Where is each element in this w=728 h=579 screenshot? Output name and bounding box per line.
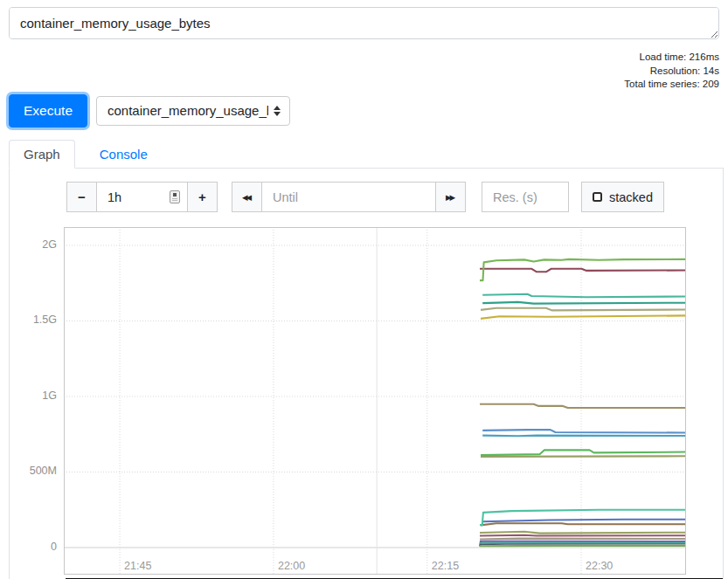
series-blue-mid xyxy=(482,430,686,432)
series-green-mid xyxy=(481,450,686,455)
series-cyanblue xyxy=(482,435,686,436)
series-jade-1 xyxy=(482,293,686,297)
y-tick-label: 1.5G xyxy=(33,314,57,326)
x-tick-label: 21:45 xyxy=(124,560,151,572)
y-tick-label: 500M xyxy=(30,465,57,477)
y-tick-label: 0 xyxy=(51,541,57,553)
execute-row: Execute container_memory_usage_bytes xyxy=(9,93,719,128)
stacked-label: stacked xyxy=(609,190,653,204)
select-updown-icon xyxy=(274,106,281,116)
stacked-toggle[interactable]: stacked xyxy=(581,182,664,212)
until-input[interactable] xyxy=(261,182,436,212)
query-select-value: container_memory_usage_bytes xyxy=(107,103,268,118)
until-group: ◀◀ ▶▶ xyxy=(232,182,466,212)
tabbar: Graph Console xyxy=(9,140,724,169)
series-olive-high xyxy=(481,307,686,310)
series-brown xyxy=(481,523,686,525)
resolution: Resolution: 14s xyxy=(0,65,719,79)
y-tick-label: 1G xyxy=(42,389,57,402)
query-row: container_memory_usage_bytes xyxy=(9,7,719,42)
total-time-series: Total time series: 209 xyxy=(0,78,719,92)
duration-group: − + xyxy=(66,182,218,212)
graph-panel: − + ◀◀ ▶▶ stacked 0500M1G1.5G2G 21:4522:… xyxy=(9,169,724,579)
series-olive-low xyxy=(480,531,686,533)
chart-frame xyxy=(65,227,686,574)
memory-usage-chart[interactable]: 21:4522:0022:1522:30 xyxy=(64,227,686,575)
series-khaki xyxy=(480,403,686,407)
x-tick-label: 22:00 xyxy=(278,560,305,572)
series-graytan xyxy=(480,538,686,539)
load-time: Load time: 216ms xyxy=(0,51,719,65)
increase-range-button[interactable]: + xyxy=(187,182,218,212)
series-blue-low xyxy=(482,519,686,520)
series-mauve xyxy=(480,534,686,535)
series-mustard xyxy=(481,315,686,319)
decrease-range-button[interactable]: − xyxy=(66,182,97,212)
forward-button[interactable]: ▶▶ xyxy=(435,182,466,212)
query-stats: Load time: 216ms Resolution: 14s Total t… xyxy=(0,51,719,92)
graph-controls: − + ◀◀ ▶▶ stacked xyxy=(66,182,723,213)
x-tick-label: 22:30 xyxy=(586,560,613,572)
checkbox-icon xyxy=(593,192,602,202)
series-olive-mid xyxy=(481,456,686,457)
series-jade-2 xyxy=(482,301,686,303)
execute-button[interactable]: Execute xyxy=(9,94,87,128)
duration-input-wrap xyxy=(96,182,188,212)
y-tick-label: 2G xyxy=(42,238,57,251)
chart-area: 0500M1G1.5G2G 21:4522:0022:1522:30 xyxy=(64,227,686,575)
query-history-select[interactable]: container_memory_usage_bytes xyxy=(96,96,290,126)
duration-spinner-icon[interactable] xyxy=(170,190,180,203)
rewind-button[interactable]: ◀◀ xyxy=(232,182,262,212)
resolution-input[interactable] xyxy=(482,182,569,212)
series-maroon xyxy=(480,268,686,272)
tab-console[interactable]: Console xyxy=(86,141,162,168)
query-input[interactable]: container_memory_usage_bytes xyxy=(9,7,719,39)
tab-graph[interactable]: Graph xyxy=(9,140,75,169)
x-tick-label: 22:15 xyxy=(432,560,459,572)
